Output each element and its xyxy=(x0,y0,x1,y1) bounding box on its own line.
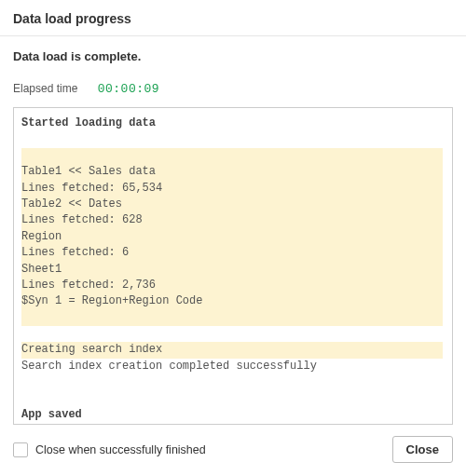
log-line: Lines fetched: 628 xyxy=(21,212,443,228)
log-line xyxy=(21,423,443,424)
log-line: Region xyxy=(21,229,443,245)
log-line: Lines fetched: 65,534 xyxy=(21,181,443,197)
dialog-footer: Close when successfully finished Close xyxy=(0,425,466,476)
log-line xyxy=(21,131,443,147)
log-line: Table1 << Sales data xyxy=(21,164,443,180)
close-button[interactable]: Close xyxy=(392,436,453,463)
log-line: Table2 << Dates xyxy=(21,197,443,212)
log-line: App saved xyxy=(21,407,443,423)
log-line: Creating search index xyxy=(21,342,443,358)
close-when-finished-label: Close when successfully finished xyxy=(35,443,206,456)
log-line xyxy=(21,310,443,326)
dialog-title: Data load progress xyxy=(13,11,453,26)
log-line: Lines fetched: 6 xyxy=(21,245,443,261)
log-scroll[interactable]: Started loading data Table1 << Sales dat… xyxy=(14,108,452,424)
log-line: Lines fetched: 2,736 xyxy=(21,278,443,293)
elapsed-label: Elapsed time xyxy=(13,82,77,95)
status-message: Data load is complete. xyxy=(0,36,466,67)
log-line: Started loading data xyxy=(21,116,443,131)
log-line xyxy=(21,326,443,342)
log-line xyxy=(21,374,443,390)
elapsed-time: 00:00:09 xyxy=(98,82,159,96)
elapsed-row: Elapsed time 00:00:09 xyxy=(0,67,466,107)
close-when-finished-row[interactable]: Close when successfully finished xyxy=(13,442,206,457)
dialog-header: Data load progress xyxy=(0,0,466,36)
log-line xyxy=(21,148,443,164)
log-line xyxy=(21,391,443,407)
log-line: Search index creation completed successf… xyxy=(21,359,443,374)
close-when-finished-checkbox[interactable] xyxy=(13,442,28,457)
log-line: $Syn 1 = Region+Region Code xyxy=(21,293,443,309)
log-panel: Started loading data Table1 << Sales dat… xyxy=(13,107,453,425)
log-line: Sheet1 xyxy=(21,262,443,278)
